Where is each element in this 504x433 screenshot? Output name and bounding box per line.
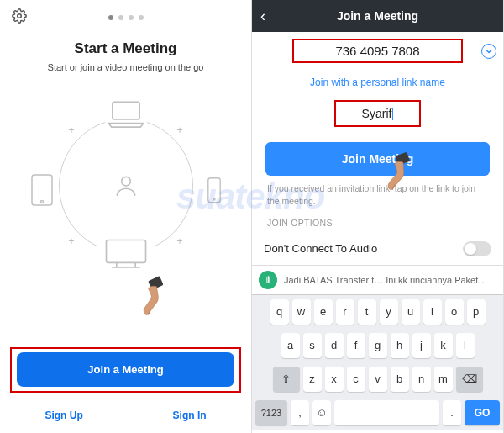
key-n[interactable]: n (412, 367, 431, 392)
key-h[interactable]: h (391, 333, 409, 358)
audio-option-row: Don't Connect To Audio (252, 233, 503, 265)
key-w[interactable]: w (292, 299, 311, 325)
key-,[interactable]: , (291, 400, 309, 425)
key-m[interactable]: m (434, 367, 453, 392)
key-k[interactable]: k (434, 333, 453, 358)
key-v[interactable]: v (369, 367, 387, 392)
key-f[interactable]: f (347, 333, 365, 358)
back-icon[interactable]: ‹ (260, 8, 265, 25)
suggestion-icon[interactable]: ılı (259, 271, 277, 289)
key-y[interactable]: y (380, 299, 398, 325)
page-subtitle: Start or join a video meeting on the go (0, 62, 251, 72)
suggestion-text[interactable]: Jadi BATAS Transfer t… Ini kk rinciannya… (284, 275, 496, 285)
key-sym[interactable]: ?123 (255, 400, 287, 425)
keyboard-row-4: ?123,☺.GO (252, 396, 503, 430)
start-meeting-screen: Start a Meeting Start or join a video me… (0, 0, 252, 433)
key-e[interactable]: e (314, 299, 333, 325)
sign-in-link[interactable]: Sign In (173, 409, 207, 421)
join-meeting-screen: ‹ Join a Meeting 736 4095 7808 Join with… (252, 0, 504, 433)
keyboard-row-2: asdfghjkl (252, 329, 503, 362)
key-t[interactable]: t (358, 299, 376, 325)
projector-icon (97, 232, 155, 274)
page-indicator (108, 15, 144, 20)
meeting-id-field[interactable]: 736 4095 7808 (252, 34, 503, 68)
key-go[interactable]: GO (465, 400, 500, 425)
key-q[interactable]: q (270, 299, 289, 325)
svg-point-0 (18, 14, 22, 18)
key-g[interactable]: g (369, 333, 387, 358)
key-p[interactable]: p (467, 299, 486, 325)
avatar-icon (109, 169, 143, 203)
key-r[interactable]: r (336, 299, 354, 325)
tablet-icon (25, 169, 59, 211)
phone-icon (202, 169, 227, 211)
sign-up-link[interactable]: Sign Up (45, 409, 82, 421)
top-row (0, 0, 251, 27)
key-i[interactable]: i (423, 299, 442, 325)
key-.[interactable]: . (443, 400, 461, 425)
join-meeting-button[interactable]: Join a Meeting (17, 352, 234, 387)
svg-rect-6 (106, 240, 145, 262)
svg-rect-1 (112, 102, 139, 119)
keyboard-row-3: ⇧zxcvbnm⌫ (252, 362, 503, 396)
page-title: Start a Meeting (0, 40, 251, 57)
key-d[interactable]: d (325, 333, 344, 358)
gear-icon[interactable] (12, 8, 27, 27)
device-diagram: ++++ (25, 98, 227, 274)
audio-toggle[interactable] (463, 241, 491, 256)
key-x[interactable]: x (325, 367, 344, 392)
key-l[interactable]: l (456, 333, 475, 358)
laptop-icon (105, 98, 147, 131)
key-space[interactable] (334, 400, 439, 425)
header-bar: ‹ Join a Meeting (252, 0, 503, 32)
key-☺[interactable]: ☺ (312, 400, 331, 425)
key-a[interactable]: a (281, 333, 300, 358)
key-u[interactable]: u (402, 299, 420, 325)
header-title: Join a Meeting (337, 9, 418, 23)
join-meeting-button[interactable]: Join Meeting (265, 142, 490, 176)
audio-option-label: Don't Connect To Audio (264, 242, 377, 255)
key-o[interactable]: o (445, 299, 464, 325)
keyboard: qwertyuiop asdfghjkl ⇧zxcvbnm⌫ ?123,☺.GO (252, 294, 503, 430)
key-b[interactable]: b (391, 367, 409, 392)
svg-point-7 (121, 177, 130, 186)
section-label: JOIN OPTIONS (252, 214, 503, 233)
key-j[interactable]: j (412, 333, 431, 358)
keyboard-row-1: qwertyuiop (252, 295, 503, 329)
display-name-value: Syarif (362, 107, 392, 120)
key-z[interactable]: z (303, 367, 322, 392)
key-c[interactable]: c (347, 367, 365, 392)
key-⇧[interactable]: ⇧ (273, 367, 300, 392)
key-⌫[interactable]: ⌫ (456, 367, 483, 392)
hint-text: If you received an invitation link, tap … (252, 182, 503, 214)
chevron-down-icon[interactable] (481, 44, 496, 59)
personal-link-name[interactable]: Join with a personal link name (252, 68, 503, 97)
svg-point-5 (213, 198, 214, 200)
keyboard-suggestion-row: ılı Jadi BATAS Transfer t… Ini kk rincia… (252, 265, 503, 294)
meeting-id-value: 736 4095 7808 (335, 44, 419, 58)
svg-point-3 (40, 201, 43, 203)
display-name-field[interactable]: Syarif (252, 97, 503, 130)
key-s[interactable]: s (303, 333, 322, 358)
